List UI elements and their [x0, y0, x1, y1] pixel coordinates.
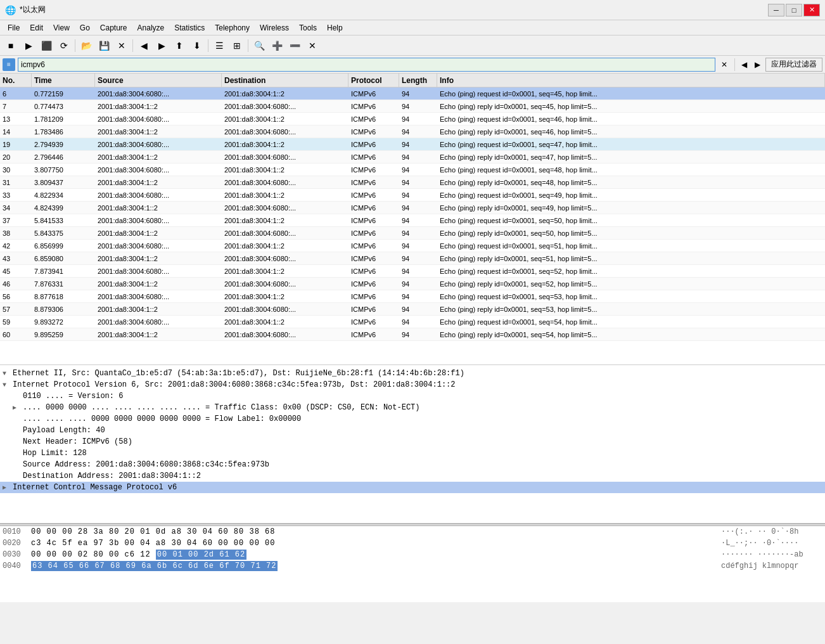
- toolbar-up-btn[interactable]: ⬆: [171, 38, 188, 53]
- packet-row[interactable]: 192.7949392001:da8:3004:6080:...2001:da8…: [0, 138, 825, 151]
- filter-input[interactable]: [18, 58, 715, 72]
- packet-row[interactable]: 568.8776182001:da8:3004:6080:...2001:da8…: [0, 290, 825, 303]
- packet-cell-1: 3.809437: [32, 179, 95, 186]
- hex-highlight: 63 64 65 66 67 68 69 6a 6b 6c 6d 6e 6f 7…: [31, 561, 278, 571]
- menu-item-statistics[interactable]: Statistics: [169, 20, 210, 35]
- detail-row[interactable]: Destination Address: 2001:da8:3004:1::2: [0, 470, 825, 482]
- maximize-button[interactable]: □: [786, 4, 802, 16]
- packet-cell-6: Echo (ping) request id=0x0001, seq=45, h…: [437, 90, 825, 98]
- filter-clear-btn[interactable]: ✕: [718, 58, 731, 71]
- toolbar-grid-btn[interactable]: ⊞: [229, 38, 245, 53]
- detail-row[interactable]: Hop Limit: 128: [0, 448, 825, 459]
- menu-item-capture[interactable]: Capture: [95, 20, 132, 35]
- packet-cell-1: 0.772159: [32, 90, 95, 98]
- hex-bytes: c3 4c 5f ea 97 3b 00 04 a8 30 04 60 00 0…: [31, 539, 721, 548]
- packet-cell-0: 37: [0, 217, 32, 224]
- packet-row[interactable]: 60.7721592001:da8:3004:6080:...2001:da8:…: [0, 87, 825, 100]
- toolbar-fwd-btn[interactable]: ▶: [153, 38, 170, 53]
- packet-row[interactable]: 202.7964462001:da8:3004:1::22001:da8:300…: [0, 151, 825, 164]
- packet-cell-3: 2001:da8:3004:1::2: [222, 191, 349, 199]
- packet-cell-2: 2001:da8:3004:1::2: [95, 204, 222, 212]
- col-header-src[interactable]: Source: [95, 74, 222, 87]
- detail-row[interactable]: 0110 .... = Version: 6: [0, 390, 825, 402]
- toolbar-zoom-out-btn[interactable]: ➖: [286, 38, 303, 53]
- packet-row[interactable]: 375.8415332001:da8:3004:6080:...2001:da8…: [0, 214, 825, 227]
- packet-row[interactable]: 457.8739412001:da8:3004:6080:...2001:da8…: [0, 265, 825, 278]
- menu-item-tools[interactable]: Tools: [294, 20, 322, 35]
- packet-row[interactable]: 313.8094372001:da8:3004:1::22001:da8:300…: [0, 176, 825, 189]
- menu-bar: FileEditViewGoCaptureAnalyzeStatisticsTe…: [0, 20, 825, 35]
- col-header-time[interactable]: Time: [32, 74, 95, 87]
- menu-item-telephony[interactable]: Telephony: [210, 20, 255, 35]
- col-header-len[interactable]: Length: [399, 74, 437, 87]
- packet-row[interactable]: 578.8793062001:da8:3004:1::22001:da8:300…: [0, 303, 825, 316]
- packet-cell-6: Echo (ping) reply id=0x0001, seq=51, hop…: [437, 255, 825, 262]
- packet-row[interactable]: 303.8077502001:da8:3004:6080:...2001:da8…: [0, 164, 825, 176]
- packet-row[interactable]: 426.8569992001:da8:3004:6080:...2001:da8…: [0, 240, 825, 252]
- toolbar-back-btn[interactable]: ◀: [136, 38, 152, 53]
- toolbar-zoom-in-btn[interactable]: ➕: [269, 38, 285, 53]
- col-header-info[interactable]: Info: [437, 74, 825, 87]
- col-header-dst[interactable]: Destination: [222, 74, 349, 87]
- detail-row[interactable]: .... .... .... 0000 0000 0000 0000 0000 …: [0, 413, 825, 425]
- toolbar-dn-btn[interactable]: ⬇: [189, 38, 205, 53]
- packet-row[interactable]: 334.8229342001:da8:3004:6080:...2001:da8…: [0, 189, 825, 202]
- detail-row[interactable]: ▼Ethernet II, Src: QuantaCo_1b:e5:d7 (54…: [0, 368, 825, 379]
- filter-arrow-right[interactable]: ▶: [752, 60, 763, 69]
- packet-cell-3: 2001:da8:3004:6080:...: [222, 128, 349, 136]
- detail-row[interactable]: Payload Length: 40: [0, 425, 825, 436]
- toolbar-save-btn[interactable]: 💾: [96, 38, 112, 53]
- detail-expand-icon[interactable]: ▼: [3, 382, 13, 389]
- hex-row: 003000 00 00 02 80 00 c6 12 00 01 00 2d …: [0, 549, 825, 560]
- packet-row[interactable]: 344.8243992001:da8:3004:1::22001:da8:300…: [0, 202, 825, 214]
- detail-expand-icon[interactable]: ▶: [13, 404, 23, 411]
- packet-cell-6: Echo (ping) request id=0x0001, seq=54, h…: [437, 318, 825, 326]
- close-button[interactable]: ✕: [803, 4, 820, 16]
- menu-item-go[interactable]: Go: [75, 20, 95, 35]
- title-controls[interactable]: ─ □ ✕: [768, 4, 820, 16]
- toolbar-stop-btn[interactable]: ⬛: [38, 38, 54, 53]
- detail-row[interactable]: Source Address: 2001:da8:3004:6080:3868:…: [0, 459, 825, 470]
- toolbar-play-btn[interactable]: ▶: [20, 38, 37, 53]
- menu-item-wireless[interactable]: Wireless: [255, 20, 294, 35]
- toolbar-reload-btn[interactable]: ⟳: [56, 38, 72, 53]
- col-header-proto[interactable]: Protocol: [349, 74, 399, 87]
- filter-arrow-left[interactable]: ◀: [739, 60, 750, 69]
- detail-expand-icon[interactable]: ▶: [3, 484, 13, 491]
- detail-row[interactable]: Next Header: ICMPv6 (58): [0, 436, 825, 448]
- minimize-button[interactable]: ─: [768, 4, 784, 16]
- packet-row[interactable]: 131.7812092001:da8:3004:6080:...2001:da8…: [0, 113, 825, 126]
- menu-item-analyze[interactable]: Analyze: [132, 20, 170, 35]
- packet-row[interactable]: 141.7834862001:da8:3004:1::22001:da8:300…: [0, 126, 825, 138]
- detail-row[interactable]: ▼Internet Protocol Version 6, Src: 2001:…: [0, 379, 825, 390]
- packet-cell-6: Echo (ping) reply id=0x0001, seq=45, hop…: [437, 103, 825, 110]
- detail-row[interactable]: ▶.... 0000 0000 .... .... .... .... ....…: [0, 402, 825, 413]
- packet-cell-2: 2001:da8:3004:6080:...: [95, 242, 222, 250]
- packet-cell-6: Echo (ping) request id=0x0001, seq=50, h…: [437, 217, 825, 224]
- detail-expand-icon[interactable]: ▼: [3, 370, 13, 377]
- col-header-no[interactable]: No.: [0, 74, 32, 87]
- packet-cell-1: 9.895259: [32, 331, 95, 338]
- toolbar-search-btn[interactable]: 🔍: [251, 38, 267, 53]
- menu-item-view[interactable]: View: [48, 20, 75, 35]
- packet-row[interactable]: 467.8763312001:da8:3004:1::22001:da8:300…: [0, 278, 825, 290]
- filter-apply-btn[interactable]: 应用此过滤器: [765, 58, 822, 72]
- packet-row[interactable]: 70.7744732001:da8:3004:1::22001:da8:3004…: [0, 100, 825, 113]
- title-bar-left: 🌐 *以太网: [5, 4, 46, 15]
- packet-row[interactable]: 385.8433752001:da8:3004:1::22001:da8:300…: [0, 227, 825, 240]
- menu-item-file[interactable]: File: [3, 20, 25, 35]
- menu-item-help[interactable]: Help: [322, 20, 348, 35]
- toolbar-start-btn[interactable]: ■: [3, 38, 19, 53]
- packet-row[interactable]: 436.8590802001:da8:3004:1::22001:da8:300…: [0, 252, 825, 265]
- packet-row[interactable]: 609.8952592001:da8:3004:1::22001:da8:300…: [0, 328, 825, 341]
- toolbar-open-btn[interactable]: 📂: [78, 38, 94, 53]
- toolbar-reset-zoom-btn[interactable]: ✕: [304, 38, 321, 53]
- toolbar-list-btn[interactable]: ☰: [211, 38, 227, 53]
- toolbar-close-btn[interactable]: ✕: [113, 38, 130, 53]
- packet-cell-6: Echo (ping) request id=0x0001, seq=47, h…: [437, 141, 825, 148]
- menu-item-edit[interactable]: Edit: [25, 20, 48, 35]
- packet-cell-1: 7.873941: [32, 267, 95, 275]
- detail-row[interactable]: ▶Internet Control Message Protocol v6: [0, 482, 825, 493]
- packet-row[interactable]: 599.8932722001:da8:3004:6080:...2001:da8…: [0, 316, 825, 328]
- packet-cell-5: 94: [399, 153, 437, 161]
